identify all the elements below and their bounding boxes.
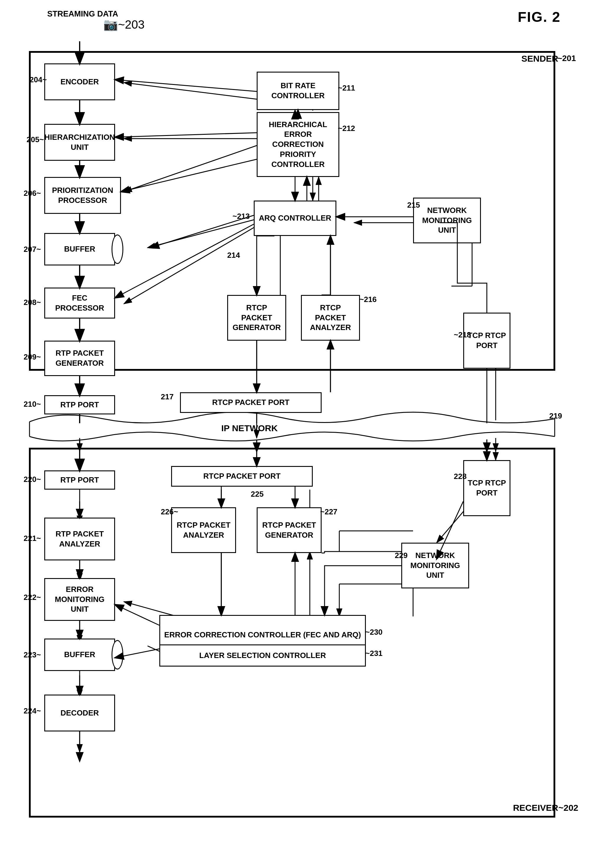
rtcp-analyzer-receiver-ref: 226~ xyxy=(161,507,178,517)
buffer-receiver-ref: 223~ xyxy=(24,650,41,660)
rtp-port-sender-ref: 210~ xyxy=(24,400,41,409)
prioritization-ref: 206~ xyxy=(24,189,41,198)
encoder-block: ENCODER xyxy=(44,63,115,100)
rtcp-analyzer-sender-ref: ~216 xyxy=(359,295,377,304)
rtp-port-receiver-ref: 220~ xyxy=(24,475,41,484)
hierarchical-error-ref: ~212 xyxy=(338,124,355,133)
rtp-gen-block: RTP PACKET GENERATOR xyxy=(44,341,115,376)
rtcp-gen-sender-block: RTCP PACKET GENERATOR xyxy=(227,295,286,341)
buffer-receiver-block: BUFFER xyxy=(44,639,115,671)
hierarchization-ref: 205~ xyxy=(27,135,44,144)
rtcp-gen-sender-ref-label: 214 xyxy=(227,251,240,260)
rtcp-gen-receiver-ref: ~227 xyxy=(320,507,337,517)
tcp-rtcp-port-sender-block: TCP RTCP PORT xyxy=(463,313,510,369)
buffer-receiver-cylinder xyxy=(111,640,123,670)
decoder-block: DECODER xyxy=(44,695,115,731)
decoder-ref: 224~ xyxy=(24,706,41,716)
rtp-port-receiver-block: RTP PORT xyxy=(44,471,115,490)
rtcp-gen-receiver-block: RTCP PACKET GENERATOR xyxy=(257,507,322,553)
fec-processor-block: FEC PROCESSOR xyxy=(44,288,115,319)
buffer-sender-cylinder xyxy=(111,235,123,264)
rtp-analyzer-ref: 221~ xyxy=(24,534,41,543)
rtp-port-sender-block: RTP PORT xyxy=(44,395,115,414)
buffer-sender-ref: 207~ xyxy=(24,245,41,254)
arq-controller-block: ARQ CONTROLLER xyxy=(254,201,336,236)
rtcp-analyzer-sender-block: RTCP PACKET ANALYZER xyxy=(301,295,360,341)
rtcp-port-receiver-ref-225: 225 xyxy=(251,490,263,499)
bit-rate-controller-block: BIT RATE CONTROLLER xyxy=(257,72,339,110)
ip-network-label: IP NETWORK xyxy=(221,423,278,433)
arq-ref: ~213 xyxy=(232,212,250,221)
rtcp-analyzer-receiver-block: RTCP PACKET ANALYZER xyxy=(171,507,236,553)
ip-network-ref: 219 xyxy=(549,412,562,421)
bit-rate-ref: ~211 xyxy=(338,83,355,93)
tcp-rtcp-port-receiver-ref: 228 xyxy=(454,472,466,481)
hierarchical-error-block: HIERARCHICAL ERROR CORRECTION PRIORITY C… xyxy=(257,112,339,177)
rtcp-port-receiver-block: RTCP PACKET PORT xyxy=(171,466,313,487)
error-correction-ref: ~230 xyxy=(365,627,383,637)
camera-icon: 📷~203 xyxy=(103,18,145,31)
network-monitoring-receiver-block: NETWORK MONITORING UNIT xyxy=(401,543,469,588)
rtp-gen-ref: 209~ xyxy=(24,353,41,362)
rtcp-port-sender-ref: 217 xyxy=(161,392,173,402)
rtp-analyzer-block: RTP PACKET ANALYZER xyxy=(44,518,115,560)
network-monitoring-receiver-ref: 229 xyxy=(395,551,407,560)
layer-selection-ref: ~231 xyxy=(365,649,383,658)
encoder-ref: 204~ xyxy=(30,75,47,84)
layer-selection-block: LAYER SELECTION CONTROLLER xyxy=(159,644,366,667)
error-monitoring-ref: 222~ xyxy=(24,593,41,602)
receiver-ref: ~202 xyxy=(558,803,578,813)
page: FIG. 2 STREAMING DATA 📷~203 SENDER ~201 … xyxy=(0,0,596,868)
buffer-sender-block: BUFFER xyxy=(44,233,115,266)
fec-processor-ref: 208~ xyxy=(24,298,41,307)
tcp-rtcp-port-receiver-block: TCP RTCP PORT xyxy=(463,460,510,516)
prioritization-block: PRIORITIZATION PROCESSOR xyxy=(44,177,121,214)
tcp-rtcp-port-sender-ref: ~218 xyxy=(454,330,471,340)
network-monitoring-sender-block: NETWORK MONITORING UNIT xyxy=(413,198,481,243)
error-monitoring-block: ERROR MONITORING UNIT xyxy=(44,578,115,621)
rtcp-port-sender-block: RTCP PACKET PORT xyxy=(180,392,322,413)
fig-title: FIG. 2 xyxy=(518,9,561,25)
sender-ref: ~201 xyxy=(558,54,576,63)
hierarchization-block: HIERARCHIZATION UNIT xyxy=(44,124,115,161)
network-monitoring-sender-ref: 215 xyxy=(407,201,420,210)
